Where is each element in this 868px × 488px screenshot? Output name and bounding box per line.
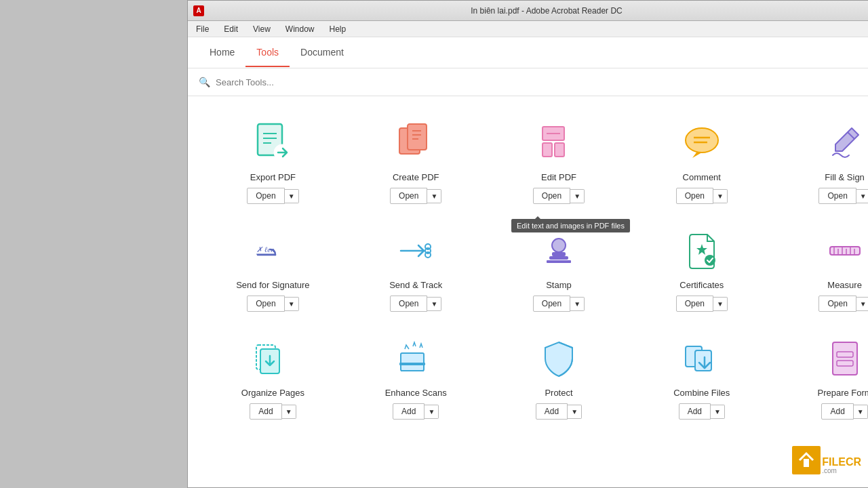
tool-fill-sign: Fill & Sign Open ▼: [773, 110, 868, 211]
tool-enhance-scans: Enhance Scans Add ▼: [344, 325, 488, 426]
svg-rect-7: [408, 124, 427, 150]
protect-label: Protect: [545, 388, 572, 398]
app-icon: [193, 5, 204, 16]
create-pdf-btn-group: Open ▼: [390, 188, 441, 204]
comment-btn-group: Open ▼: [676, 188, 728, 204]
export-pdf-label: Export PDF: [250, 172, 296, 182]
tool-protect: Protect Add ▼: [488, 325, 631, 426]
tab-document[interactable]: Document: [290, 39, 355, 67]
stamp-open-button[interactable]: Open: [533, 296, 570, 312]
search-input[interactable]: [216, 77, 868, 87]
stamp-label: Stamp: [546, 280, 572, 290]
fill-sign-dropdown-button[interactable]: ▼: [856, 189, 868, 203]
filecr-watermark: FILECR .com: [792, 446, 861, 474]
create-pdf-open-button[interactable]: Open: [390, 188, 427, 204]
send-track-label: Send & Track: [389, 280, 442, 290]
comment-icon: [675, 119, 729, 167]
export-pdf-dropdown-button[interactable]: ▼: [285, 189, 299, 203]
measure-open-button[interactable]: Open: [818, 296, 856, 312]
svg-point-15: [686, 128, 718, 152]
certificates-icon: [675, 227, 729, 274]
tool-certificates: Certificates Open ▼: [630, 218, 773, 319]
edit-pdf-btn-group: Open ▼: [533, 188, 585, 204]
prepare-form-btn-group: Add ▼: [821, 403, 867, 420]
send-track-btn-group: Open ▼: [390, 296, 441, 312]
stamp-btn-group: Open ▼: [533, 296, 585, 312]
create-pdf-dropdown-button[interactable]: ▼: [427, 189, 441, 203]
tool-prepare-form: Prepare Form Add ▼: [773, 325, 868, 426]
organize-pages-add-button[interactable]: Add: [250, 403, 281, 420]
prepare-form-dropdown-button[interactable]: ▼: [854, 405, 868, 419]
export-pdf-open-button[interactable]: Open: [247, 188, 284, 204]
svg-rect-28: [552, 252, 566, 256]
svg-rect-12: [542, 143, 552, 157]
menu-edit[interactable]: Edit: [220, 23, 242, 35]
protect-dropdown-button[interactable]: ▼: [568, 405, 582, 419]
certificates-open-button[interactable]: Open: [676, 296, 713, 312]
edit-pdf-icon: [532, 119, 586, 167]
protect-add-button[interactable]: Add: [536, 403, 568, 420]
comment-open-button[interactable]: Open: [676, 188, 713, 204]
send-signature-open-button[interactable]: Open: [247, 296, 284, 312]
combine-files-icon: [675, 335, 729, 382]
send-signature-label: Send for Signature: [236, 280, 309, 290]
comment-label: Comment: [683, 172, 721, 182]
organize-pages-icon: [245, 335, 300, 382]
measure-dropdown-button[interactable]: ▼: [856, 297, 868, 311]
tab-tools[interactable]: Tools: [245, 39, 290, 67]
tool-send-track: Send & Track Open ▼: [344, 218, 488, 319]
menu-bar: File Edit View Window Help ✕: [188, 21, 868, 37]
enhance-scans-btn-group: Add ▼: [393, 403, 439, 420]
edit-pdf-open-button[interactable]: Open: [533, 188, 570, 204]
svg-rect-42: [399, 363, 425, 365]
edit-pdf-dropdown-button[interactable]: ▼: [570, 189, 585, 203]
tool-comment: Comment Open ▼: [630, 110, 773, 211]
tab-home[interactable]: Home: [199, 39, 245, 67]
enhance-scans-add-button[interactable]: Add: [393, 403, 425, 420]
send-signature-dropdown-button[interactable]: ▼: [285, 297, 299, 311]
filecr-text: FILECR: [822, 457, 861, 468]
svg-rect-30: [547, 260, 571, 263]
combine-files-dropdown-button[interactable]: ▼: [711, 405, 725, 419]
enhance-scans-dropdown-button[interactable]: ▼: [425, 405, 439, 419]
fill-sign-icon: [818, 119, 868, 167]
send-track-dropdown-button[interactable]: ▼: [427, 297, 441, 311]
nav-bar: Home Tools Document Sign In: [188, 37, 868, 68]
svg-rect-29: [549, 256, 568, 260]
menu-file[interactable]: File: [192, 23, 213, 35]
tool-stamp: Stamp Open ▼: [488, 218, 631, 319]
organize-pages-label: Organize Pages: [241, 388, 304, 398]
svg-rect-13: [555, 143, 564, 157]
svg-point-27: [552, 239, 566, 252]
export-pdf-btn-group: Open ▼: [247, 188, 298, 204]
prepare-form-label: Prepare Form: [817, 388, 868, 398]
certificates-btn-group: Open ▼: [676, 296, 728, 312]
organize-pages-dropdown-button[interactable]: ▼: [282, 405, 296, 419]
combine-files-btn-group: Add ▼: [679, 403, 725, 420]
enhance-scans-icon: [389, 335, 443, 382]
tool-send-signature: ✗ ℓen Send for Signature Open ▼: [201, 218, 344, 319]
comment-dropdown-button[interactable]: ▼: [713, 189, 728, 203]
title-bar: In biên lai.pdf - Adobe Acrobat Reader D…: [188, 1, 868, 21]
send-track-open-button[interactable]: Open: [390, 296, 427, 312]
certificates-label: Certificates: [679, 280, 724, 290]
protect-icon: [532, 335, 586, 382]
fill-sign-open-button[interactable]: Open: [818, 188, 856, 204]
svg-marker-18: [692, 152, 702, 158]
menu-window[interactable]: Window: [281, 23, 319, 35]
certificates-dropdown-button[interactable]: ▼: [713, 297, 728, 311]
send-signature-btn-group: Open ▼: [247, 296, 298, 312]
svg-point-31: [705, 255, 715, 266]
tool-edit-pdf: Edit PDF Open ▼ Edit text and images in …: [488, 110, 631, 211]
prepare-form-add-button[interactable]: Add: [821, 403, 853, 420]
menu-view[interactable]: View: [249, 23, 275, 35]
protect-btn-group: Add ▼: [536, 403, 582, 420]
combine-files-add-button[interactable]: Add: [679, 403, 711, 420]
tool-organize-pages: Organize Pages Add ▼: [201, 325, 344, 426]
menu-help[interactable]: Help: [326, 23, 351, 35]
stamp-dropdown-button[interactable]: ▼: [570, 297, 585, 311]
svg-text:✗ ℓen: ✗ ℓen: [256, 245, 275, 253]
search-icon: 🔍: [199, 77, 210, 87]
stamp-icon: [532, 227, 586, 274]
window-title: In biên lai.pdf - Adobe Acrobat Reader D…: [204, 6, 868, 16]
